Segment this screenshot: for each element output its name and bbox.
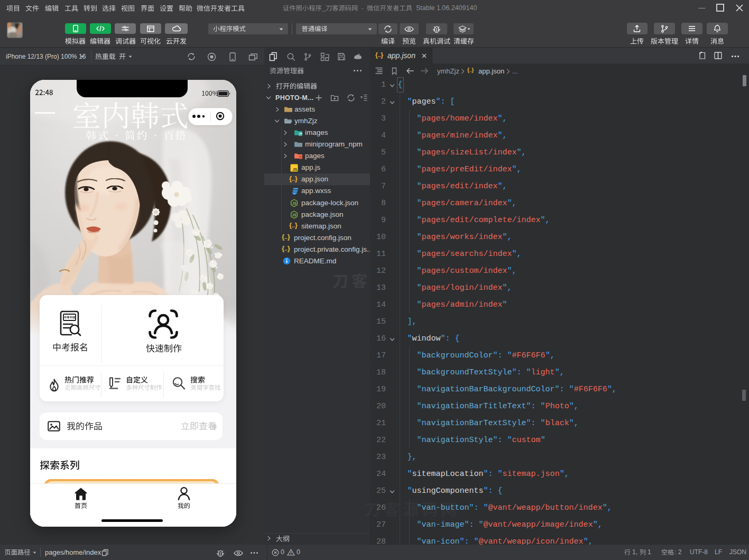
svg-text:{..}: {..} [289,175,298,182]
svg-text:{..}: {..} [289,222,298,229]
svg-text:{..}: {..} [375,52,383,59]
svg-text:JS: JS [292,167,297,172]
svg-text:JS: JS [292,213,297,216]
svg-text:{..}: {..} [282,245,290,252]
svg-text:JS: JS [292,201,297,205]
svg-text:{..}: {..} [282,233,290,241]
svg-text:{..}: {..} [467,68,474,73]
